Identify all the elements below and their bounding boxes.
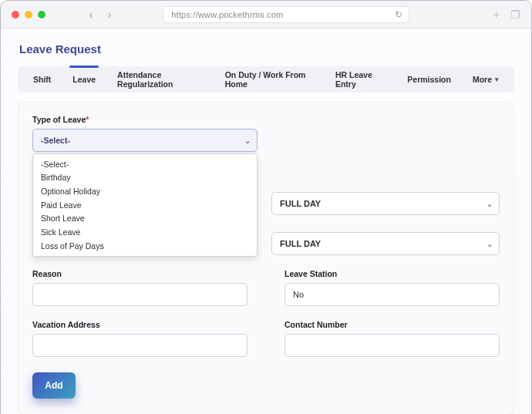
vacation-address-input[interactable] bbox=[32, 334, 247, 357]
dropdown-option[interactable]: Sick Leave bbox=[33, 225, 257, 239]
chevron-down-icon: ⌄ bbox=[244, 136, 251, 145]
tab-bar: Shift Leave Attendance Regularization On… bbox=[18, 66, 514, 93]
dropdown-option[interactable]: -Select- bbox=[33, 157, 257, 171]
reload-icon[interactable]: ↻ bbox=[395, 9, 402, 20]
tabs-icon[interactable]: ❐ bbox=[510, 8, 520, 21]
day-type-select-1[interactable]: FULL DAY ⌄ bbox=[271, 192, 500, 215]
back-button[interactable]: ‹ bbox=[82, 7, 99, 22]
day-type-select-2[interactable]: FULL DAY ⌄ bbox=[271, 232, 500, 255]
chevron-down-icon: ⌄ bbox=[487, 240, 493, 248]
tab-permission[interactable]: Permission bbox=[396, 66, 462, 93]
dropdown-option[interactable]: Loss of Pay Days bbox=[33, 239, 257, 253]
type-of-leave-dropdown: -Select- Birthday Optional Holiday Paid … bbox=[32, 153, 258, 257]
tab-attendance-regularization[interactable]: Attendance Regularization bbox=[106, 66, 214, 93]
required-asterisk: * bbox=[86, 115, 89, 124]
dropdown-option[interactable]: Birthday bbox=[33, 171, 257, 185]
dropdown-option[interactable]: Short Leave bbox=[33, 212, 257, 226]
maximize-window-icon[interactable] bbox=[38, 11, 45, 19]
chevron-down-icon: ▾ bbox=[495, 76, 499, 83]
forward-button[interactable]: › bbox=[101, 7, 118, 22]
url-text: https://www.pockethrms.com bbox=[171, 10, 283, 19]
page-title: Leave Request bbox=[19, 42, 513, 56]
contact-number-input[interactable] bbox=[285, 334, 500, 357]
dropdown-option[interactable]: Paid Leave bbox=[33, 198, 257, 212]
leave-station-input[interactable]: No bbox=[285, 283, 500, 306]
minimize-window-icon[interactable] bbox=[25, 11, 32, 19]
browser-chrome: ‹ › https://www.pockethrms.com ↻ + ❐ bbox=[1, 1, 531, 29]
add-button[interactable]: Add bbox=[32, 372, 76, 399]
add-tab-icon[interactable]: + bbox=[493, 8, 500, 21]
contact-number-label: Contact Number bbox=[285, 320, 500, 329]
vacation-address-label: Vacation Address bbox=[32, 320, 247, 329]
reason-label: Reason bbox=[32, 269, 247, 278]
tab-hr-leave-entry[interactable]: HR Leave Entry bbox=[325, 66, 396, 93]
close-window-icon[interactable] bbox=[12, 11, 19, 19]
tab-on-duty-wfh[interactable]: On Duty / Work From Home bbox=[214, 66, 325, 93]
tab-shift[interactable]: Shift bbox=[22, 66, 62, 93]
window-controls bbox=[12, 11, 45, 19]
type-of-leave-label: Type of Leave* bbox=[32, 115, 500, 124]
type-of-leave-select[interactable]: -Select- ⌄ bbox=[32, 129, 258, 152]
leave-form: Type of Leave* -Select- ⌄ -Select- Birth… bbox=[18, 102, 514, 414]
tab-leave[interactable]: Leave bbox=[62, 66, 106, 93]
reason-input[interactable] bbox=[32, 283, 247, 306]
leave-station-label: Leave Station bbox=[285, 269, 500, 278]
chevron-down-icon: ⌄ bbox=[487, 200, 493, 208]
url-bar[interactable]: https://www.pockethrms.com ↻ bbox=[163, 6, 409, 23]
tab-more[interactable]: More ▾ bbox=[462, 66, 510, 93]
dropdown-option[interactable]: Optional Holiday bbox=[33, 184, 257, 198]
